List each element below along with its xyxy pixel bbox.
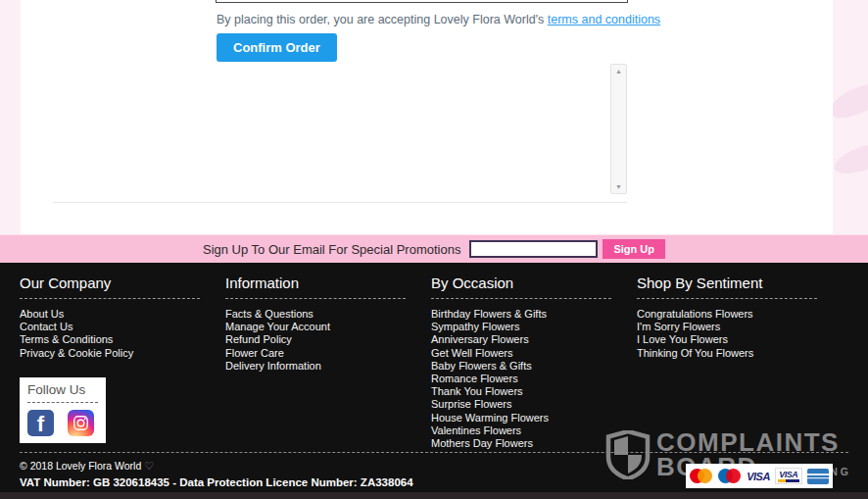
footer-column-title: Shop By Sentiment [637, 274, 817, 299]
footer-link[interactable]: Surprise Flowers [431, 398, 611, 411]
footer-link[interactable]: Contact Us [20, 321, 200, 333]
footer-link[interactable]: House Warming Flowers [431, 412, 611, 424]
visa-debit-icon: VISA [775, 468, 802, 484]
visa-icon: VISA [747, 471, 770, 482]
terms-and-conditions-link[interactable]: terms and conditions [548, 13, 660, 26]
checkout-panel: By placing this order, you are accepting… [21, 0, 833, 234]
signup-button[interactable]: Sign Up [603, 239, 665, 259]
signup-email-input[interactable] [469, 240, 598, 258]
footer-link[interactable]: Thinking Of You Flowers [637, 347, 817, 360]
footer-link[interactable]: I'm Sorry Flowers [637, 321, 817, 333]
social-icons-row: f [27, 410, 98, 436]
footer-link[interactable]: Romance Flowers [431, 373, 611, 385]
footer-link[interactable]: Facts & Questions [225, 308, 406, 321]
copyright-label: © 2018 Lovely Flora World [20, 460, 141, 472]
maestro-icon [718, 469, 742, 484]
footer-column: InformationFacts & QuestionsManage Your … [225, 274, 406, 450]
email-signup-bar: Sign Up To Our Email For Special Promoti… [0, 234, 868, 263]
site-footer: Our CompanyAbout UsContact UsTerms & Con… [0, 263, 868, 492]
footer-link[interactable]: Privacy & Cookie Policy [20, 347, 200, 360]
footer-column-title: By Occasion [431, 274, 611, 299]
footer-link[interactable]: Manage Your Account [225, 321, 406, 333]
signup-label: Sign Up To Our Email For Special Promoti… [203, 242, 460, 257]
form-field-partial[interactable] [216, 0, 628, 3]
follow-us-title: Follow Us [27, 382, 98, 403]
facebook-icon[interactable]: f [27, 410, 54, 436]
follow-us-box: Follow Us f [20, 377, 106, 443]
terms-acceptance-text: By placing this order, you are accepting… [217, 13, 660, 26]
footer-link[interactable]: Delivery Information [225, 360, 406, 373]
vat-number-text: VAT Number: GB 320618435 - Data Protecti… [20, 476, 413, 488]
footer-column: Shop By SentimentCongratulations Flowers… [637, 274, 817, 450]
instagram-icon[interactable] [68, 410, 94, 436]
footer-link[interactable]: Mothers Day Flowers [431, 437, 611, 450]
section-divider [53, 202, 627, 203]
footer-link[interactable]: I Love You Flowers [637, 333, 817, 346]
footer-column: By OccasionBirthday Flowers & GiftsSympa… [431, 274, 611, 450]
footer-link[interactable]: About Us [20, 308, 200, 321]
footer-column-title: Our Company [20, 274, 200, 299]
footer-link[interactable]: Flower Care [225, 347, 406, 360]
vertical-scrollbar[interactable]: ▲ ▼ [610, 64, 627, 194]
footer-link-list: About UsContact UsTerms & ConditionsPriv… [20, 308, 200, 360]
footer-link[interactable]: Refund Policy [225, 333, 406, 346]
payment-methods-strip: VISA VISA [686, 464, 833, 488]
terms-text: By placing this order, you are accepting… [217, 13, 548, 26]
footer-link[interactable]: Valentines Flowers [431, 424, 611, 437]
american-express-icon [807, 469, 829, 484]
shield-icon [605, 430, 651, 479]
scroll-up-icon[interactable]: ▲ [611, 68, 626, 75]
checkout-page: By placing this order, you are accepting… [0, 0, 868, 499]
confirm-order-button[interactable]: Confirm Order [217, 33, 337, 62]
footer-column-title: Information [225, 274, 406, 299]
scroll-down-icon[interactable]: ▼ [611, 183, 626, 190]
bottom-edge-strip [0, 492, 868, 499]
footer-link[interactable]: Thank You Flowers [431, 385, 611, 398]
footer-link[interactable]: Get Well Flowers [431, 347, 611, 360]
footer-link[interactable]: Sympathy Flowers [431, 321, 611, 333]
footer-link[interactable]: Congratulations Flowers [637, 308, 817, 321]
footer-link[interactable]: Anniversary Flowers [431, 333, 611, 346]
footer-link[interactable]: Terms & Conditions [20, 333, 200, 346]
mastercard-icon [690, 469, 713, 484]
copyright-text: © 2018 Lovely Flora World ♡ [20, 460, 154, 473]
footer-link-list: Birthday Flowers & GiftsSympathy Flowers… [431, 308, 611, 450]
background-swirl [831, 137, 868, 179]
footer-columns: Our CompanyAbout UsContact UsTerms & Con… [20, 274, 843, 450]
footer-link-list: Congratulations FlowersI'm Sorry Flowers… [637, 308, 817, 360]
footer-link[interactable]: Birthday Flowers & Gifts [431, 308, 611, 321]
footer-link-list: Facts & QuestionsManage Your AccountRefu… [225, 308, 406, 373]
footer-link[interactable]: Baby Flowers & Gifts [431, 360, 611, 373]
heart-icon: ♡ [144, 460, 154, 472]
